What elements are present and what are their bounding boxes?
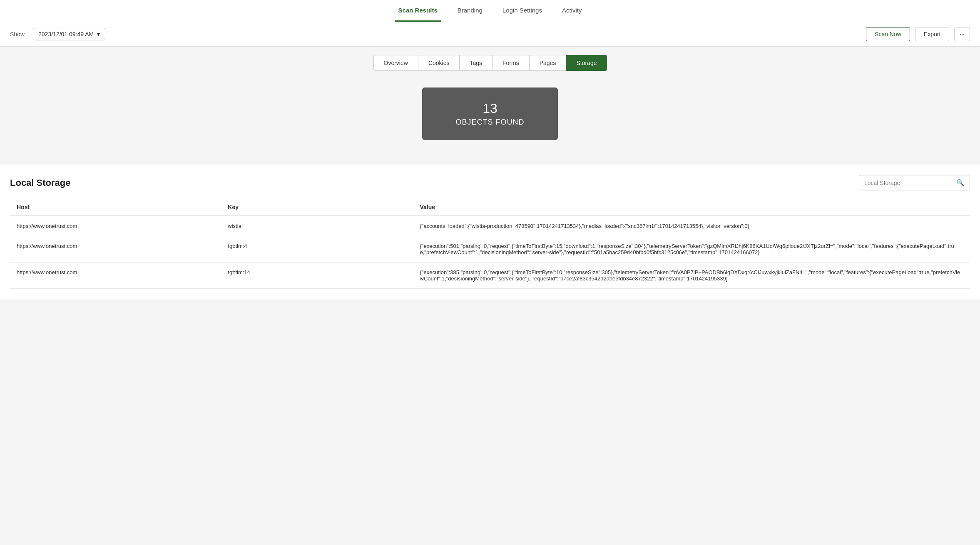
objects-found-card: 13 OBJECTS FOUND <box>422 88 557 140</box>
local-storage-section: Local Storage 🔍 Host Key Value https://w… <box>0 165 980 299</box>
date-value: 2023/12/01 09:49 AM <box>38 31 94 38</box>
local-storage-header: Local Storage 🔍 <box>10 175 970 190</box>
search-icon: 🔍 <box>956 179 965 186</box>
tab-tags[interactable]: Tags <box>459 55 492 71</box>
tab-cookies[interactable]: Cookies <box>418 55 460 71</box>
show-label: Show <box>10 31 25 38</box>
objects-label: OBJECTS FOUND <box>455 118 524 127</box>
tab-activity[interactable]: Activity <box>559 0 585 22</box>
cell-host: https://www.onetrust.com <box>10 236 221 262</box>
objects-count: 13 <box>455 101 524 116</box>
col-header-key: Key <box>221 199 413 216</box>
cell-value: {"execution":501,"parsing":0,"request":{… <box>413 236 970 262</box>
objects-found-section: 13 OBJECTS FOUND <box>0 71 980 165</box>
tab-storage[interactable]: Storage <box>566 55 607 71</box>
tab-branding[interactable]: Branding <box>454 0 486 22</box>
tab-pages[interactable]: Pages <box>529 55 567 71</box>
search-box: 🔍 <box>859 175 970 190</box>
date-dropdown[interactable]: 2023/12/01 09:49 AM ▾ <box>33 28 105 40</box>
tab-scan-results[interactable]: Scan Results <box>395 0 441 22</box>
more-options-button[interactable]: ··· <box>954 27 970 41</box>
toolbar: Show 2023/12/01 09:49 AM ▾ Scan Now Expo… <box>0 22 980 47</box>
table-row: https://www.onetrust.com tgt:tlm:14 {"ex… <box>10 262 970 289</box>
chevron-down-icon: ▾ <box>97 31 100 38</box>
tab-overview[interactable]: Overview <box>373 55 418 71</box>
table-header: Host Key Value <box>10 199 970 216</box>
table-row: https://www.onetrust.com tgt:tlm:4 {"exe… <box>10 236 970 262</box>
local-storage-title: Local Storage <box>10 178 70 188</box>
sub-tabs: Overview Cookies Tags Forms Pages Storag… <box>0 47 980 71</box>
cell-key: tgt:tlm:4 <box>221 236 413 262</box>
cell-value: {"accounts_loaded":{"wistia-production_4… <box>413 216 970 236</box>
scan-now-button[interactable]: Scan Now <box>866 27 910 41</box>
tab-forms[interactable]: Forms <box>492 55 530 71</box>
cell-key: wistia <box>221 216 413 236</box>
tab-login-settings[interactable]: Login Settings <box>499 0 545 22</box>
col-header-host: Host <box>10 199 221 216</box>
cell-host: https://www.onetrust.com <box>10 216 221 236</box>
export-button[interactable]: Export <box>915 27 949 41</box>
table-row: https://www.onetrust.com wistia {"accoun… <box>10 216 970 236</box>
col-header-value: Value <box>413 199 970 216</box>
search-input[interactable] <box>859 176 951 190</box>
cell-value: {"execution":385,"parsing":0,"request":{… <box>413 262 970 289</box>
cell-key: tgt:tlm:14 <box>221 262 413 289</box>
cell-host: https://www.onetrust.com <box>10 262 221 289</box>
local-storage-table: Host Key Value https://www.onetrust.com … <box>10 199 970 289</box>
top-nav: Scan Results Branding Login Settings Act… <box>0 0 980 22</box>
table-body: https://www.onetrust.com wistia {"accoun… <box>10 216 970 289</box>
search-button[interactable]: 🔍 <box>951 175 970 190</box>
